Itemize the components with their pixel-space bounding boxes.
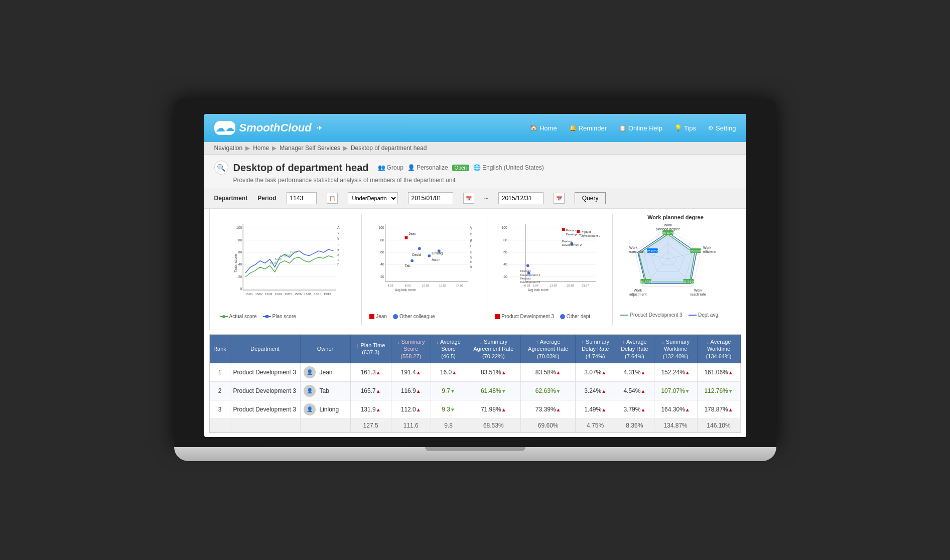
breadcrumb-sep2: ▶ xyxy=(272,145,277,152)
line-chart-panel: Task score 100 80 60 40 20 0 xyxy=(220,214,354,325)
svg-point-105 xyxy=(526,264,529,267)
personalize-icon[interactable]: 👤 Personalize xyxy=(408,164,448,171)
svg-text:76.89%: 76.89% xyxy=(690,249,702,253)
svg-text:100: 100 xyxy=(379,226,385,229)
th-avg-score[interactable]: ↓ AverageScore(46.5) xyxy=(431,335,466,363)
cell-summary-score-1: 191.4▲ xyxy=(391,363,431,381)
group-icon[interactable]: 👥 Group xyxy=(378,164,403,171)
owner-link-linlong[interactable]: Linlong xyxy=(320,406,339,413)
app-title: SmoothCloud xyxy=(239,121,312,134)
footer-s-delay: 4.75% xyxy=(576,418,615,432)
sort-avg-work-icon: ↓ xyxy=(707,339,710,345)
svg-text:100: 100 xyxy=(236,226,242,229)
dept-type-select[interactable]: UnderDepartn xyxy=(348,192,398,204)
svg-text:v: v xyxy=(337,231,339,234)
svg-text:Work: Work xyxy=(694,289,703,292)
query-button[interactable]: Query xyxy=(575,192,606,204)
home-icon: 🏠 xyxy=(530,124,537,131)
sort-avg-agree-icon: ↑ xyxy=(536,339,539,345)
svg-text:Development 2: Development 2 xyxy=(562,243,582,246)
svg-text:Development 3: Development 3 xyxy=(581,234,600,237)
cell-plan-2: 165.7▲ xyxy=(350,381,391,400)
owner-link-jean[interactable]: Jean xyxy=(320,369,333,376)
th-avg-work[interactable]: ↓ AverageWorktime(134.64%) xyxy=(697,335,740,363)
date-to-input[interactable] xyxy=(498,192,544,204)
owner-link-tab[interactable]: Tab xyxy=(320,387,329,394)
date-to-calendar[interactable]: 📅 xyxy=(554,193,565,204)
arrow-ss-1: ▲ xyxy=(416,370,421,375)
svg-text:15/03: 15/03 xyxy=(265,293,273,296)
locale-icon[interactable]: 🌐 English (United States) xyxy=(473,164,544,171)
th-plan-time[interactable]: ↓ Plan Time(637.3) xyxy=(350,335,391,363)
sort-plan-time-icon: ↓ xyxy=(356,342,359,348)
svg-text:efficiency: efficiency xyxy=(703,250,716,254)
dept-id-input[interactable] xyxy=(287,192,317,204)
svg-text:Work: Work xyxy=(703,246,712,249)
footer-a-agree: 69.60% xyxy=(521,418,576,432)
th-summary-score[interactable]: ↓ SummaryScore(558.27) xyxy=(391,335,431,363)
th-summary-delay[interactable]: ↑ SummaryDelay Rate(4.74%) xyxy=(576,335,615,363)
svg-text:-6.03: -6.03 xyxy=(523,284,530,287)
svg-text:15/01: 15/01 xyxy=(245,293,253,296)
svg-text:reach rate: reach rate xyxy=(691,293,707,296)
svg-text:a: a xyxy=(470,255,472,259)
th-summary-agree[interactable]: ↓ SummaryAgreement Rate(70.22%) xyxy=(466,335,521,363)
nav-home[interactable]: 🏠 Home xyxy=(530,124,557,132)
cell-a-work-2: 112.76%▼ xyxy=(697,381,740,400)
nav-tips[interactable]: 💡 Tips xyxy=(674,124,696,132)
nav-setting[interactable]: ⚙ Setting xyxy=(708,124,736,132)
cell-a-delay-2: 4.54%▲ xyxy=(615,381,654,400)
breadcrumb-navigation[interactable]: Navigation xyxy=(214,145,243,152)
svg-text:96.47%: 96.47% xyxy=(662,231,674,235)
svg-text:Axion: Axion xyxy=(432,258,440,261)
period-filter: Period xyxy=(257,195,276,202)
date-from-input[interactable] xyxy=(408,192,453,204)
arrow-ad-2: ▲ xyxy=(640,388,645,394)
svg-point-60 xyxy=(418,247,421,250)
department-label: Department xyxy=(214,195,248,202)
svg-text:100: 100 xyxy=(502,226,508,229)
svg-text:Tab: Tab xyxy=(405,264,411,267)
th-summary-work[interactable]: ↓ SummaryWorktime(132.40%) xyxy=(654,335,697,363)
svg-text:15/04: 15/04 xyxy=(275,293,282,296)
page-actions: 👥 Group 👤 Personalize Open 🌐 English (Un… xyxy=(378,164,544,171)
breadcrumb-home[interactable]: Home xyxy=(253,145,269,152)
sort-summary-work-icon: ↓ xyxy=(661,339,664,345)
svg-text:40: 40 xyxy=(238,262,242,266)
scatter-chart-panel: 100 80 60 40 20 4.53 xyxy=(369,214,479,325)
th-avg-delay[interactable]: ↑ AverageDelay Rate(7.64%) xyxy=(615,335,654,363)
svg-text:Product: Product xyxy=(566,229,576,232)
date-from-calendar[interactable]: 📅 xyxy=(463,193,474,204)
cell-owner-1: 👤 Jean xyxy=(300,363,350,381)
table-row: 3 Product Development 3 👤 Linlong 131.9▲… xyxy=(210,400,740,418)
logo-cloud-icon: ☁ xyxy=(214,121,235,135)
dept-id-btn[interactable]: 📋 xyxy=(327,193,338,204)
cell-plan-3: 131.9▲ xyxy=(350,400,391,418)
page-title: Desktop of department head xyxy=(233,162,369,174)
nav-reminder[interactable]: 🔔 Reminder xyxy=(569,124,607,132)
breadcrumb-manager[interactable]: Manager Self Services xyxy=(280,145,340,152)
th-avg-agree[interactable]: ↑ AverageAgreement Rate(70.03%) xyxy=(521,335,576,363)
cell-summary-score-2: 116.9▲ xyxy=(391,381,431,400)
period-label: Period xyxy=(257,195,276,202)
svg-text:4.53: 4.53 xyxy=(388,284,393,287)
cell-s-agree-2: 61.48%▼ xyxy=(466,381,521,400)
radar-chart-panel: Work planned degree xyxy=(620,214,730,325)
avatar-jean: 👤 xyxy=(304,366,316,378)
nav-online-help[interactable]: 📋 Online Help xyxy=(619,124,662,132)
chart3-legend: Product Development 3 Other dept. xyxy=(495,314,605,319)
footer-empty2 xyxy=(230,418,300,432)
arrow-sd-3: ▲ xyxy=(601,407,606,412)
footer-a-work: 146.10% xyxy=(697,418,740,432)
search-button[interactable]: 🔍 xyxy=(214,161,228,175)
svg-text:Work: Work xyxy=(629,246,638,249)
plane-icon: ✈ xyxy=(317,124,323,132)
avatar-linlong: 👤 xyxy=(304,403,316,415)
breadcrumb: Navigation ▶ Home ▶ Manager Self Service… xyxy=(204,142,746,155)
scatter-chart-svg: 100 80 60 40 20 4.53 xyxy=(369,214,479,310)
cell-a-agree-2: 62.63%▼ xyxy=(521,381,576,400)
sort-summary-delay-icon: ↑ xyxy=(581,339,584,345)
cell-rank-2: 2 xyxy=(210,381,230,400)
arrow-plan-2: ▲ xyxy=(376,388,381,394)
svg-text:A: A xyxy=(470,226,472,229)
